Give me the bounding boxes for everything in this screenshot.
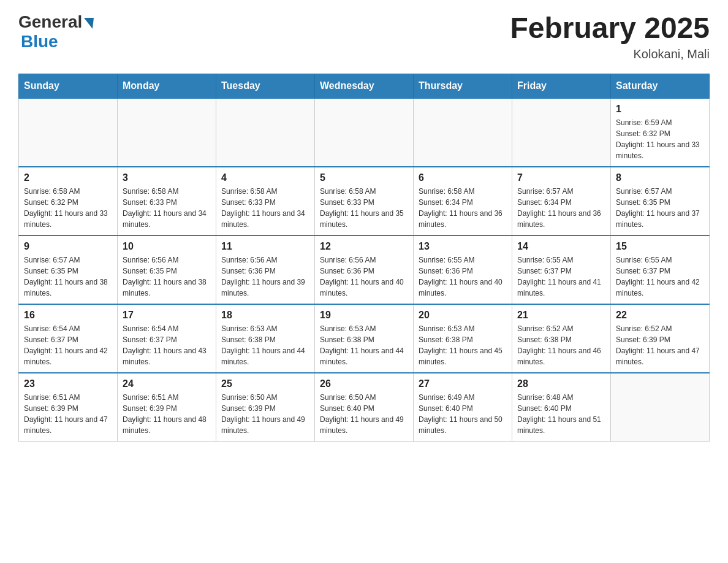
day-number: 20 bbox=[419, 310, 507, 321]
day-info: Sunrise: 6:52 AM Sunset: 6:38 PM Dayligh… bbox=[517, 323, 605, 367]
day-info: Sunrise: 6:55 AM Sunset: 6:37 PM Dayligh… bbox=[616, 255, 704, 299]
table-row: 11Sunrise: 6:56 AM Sunset: 6:36 PM Dayli… bbox=[216, 236, 315, 304]
table-row: 20Sunrise: 6:53 AM Sunset: 6:38 PM Dayli… bbox=[414, 304, 512, 373]
table-row: 8Sunrise: 6:57 AM Sunset: 6:35 PM Daylig… bbox=[611, 167, 710, 236]
day-info: Sunrise: 6:58 AM Sunset: 6:33 PM Dayligh… bbox=[221, 186, 309, 230]
title-area: February 2025 Kolokani, Mali bbox=[510, 12, 710, 61]
day-number: 18 bbox=[221, 310, 309, 321]
day-number: 13 bbox=[419, 241, 507, 252]
calendar-week-row: 23Sunrise: 6:51 AM Sunset: 6:39 PM Dayli… bbox=[19, 373, 710, 442]
table-row: 21Sunrise: 6:52 AM Sunset: 6:38 PM Dayli… bbox=[512, 304, 611, 373]
day-number: 24 bbox=[123, 378, 211, 389]
day-number: 2 bbox=[24, 172, 112, 183]
day-info: Sunrise: 6:58 AM Sunset: 6:32 PM Dayligh… bbox=[24, 186, 112, 230]
table-row: 22Sunrise: 6:52 AM Sunset: 6:39 PM Dayli… bbox=[611, 304, 710, 373]
day-number: 25 bbox=[221, 378, 309, 389]
calendar-header-row: Sunday Monday Tuesday Wednesday Thursday… bbox=[19, 74, 710, 98]
col-wednesday: Wednesday bbox=[315, 74, 414, 98]
table-row: 16Sunrise: 6:54 AM Sunset: 6:37 PM Dayli… bbox=[19, 304, 118, 373]
calendar-week-row: 9Sunrise: 6:57 AM Sunset: 6:35 PM Daylig… bbox=[19, 236, 710, 304]
day-number: 11 bbox=[221, 241, 309, 252]
table-row: 14Sunrise: 6:55 AM Sunset: 6:37 PM Dayli… bbox=[512, 236, 611, 304]
table-row: 27Sunrise: 6:49 AM Sunset: 6:40 PM Dayli… bbox=[414, 373, 512, 442]
day-info: Sunrise: 6:55 AM Sunset: 6:36 PM Dayligh… bbox=[419, 255, 507, 299]
day-number: 26 bbox=[320, 378, 408, 389]
day-info: Sunrise: 6:54 AM Sunset: 6:37 PM Dayligh… bbox=[24, 323, 112, 367]
table-row: 28Sunrise: 6:48 AM Sunset: 6:40 PM Dayli… bbox=[512, 373, 611, 442]
table-row: 10Sunrise: 6:56 AM Sunset: 6:35 PM Dayli… bbox=[118, 236, 216, 304]
calendar-week-row: 2Sunrise: 6:58 AM Sunset: 6:32 PM Daylig… bbox=[19, 167, 710, 236]
col-monday: Monday bbox=[118, 74, 216, 98]
calendar-title: February 2025 bbox=[510, 12, 710, 45]
day-info: Sunrise: 6:51 AM Sunset: 6:39 PM Dayligh… bbox=[123, 392, 211, 436]
day-info: Sunrise: 6:57 AM Sunset: 6:35 PM Dayligh… bbox=[24, 255, 112, 299]
logo-triangle-icon bbox=[84, 18, 94, 29]
table-row: 25Sunrise: 6:50 AM Sunset: 6:39 PM Dayli… bbox=[216, 373, 315, 442]
day-info: Sunrise: 6:53 AM Sunset: 6:38 PM Dayligh… bbox=[221, 323, 309, 367]
table-row: 24Sunrise: 6:51 AM Sunset: 6:39 PM Dayli… bbox=[118, 373, 216, 442]
day-number: 4 bbox=[221, 172, 309, 183]
table-row: 13Sunrise: 6:55 AM Sunset: 6:36 PM Dayli… bbox=[414, 236, 512, 304]
day-number: 1 bbox=[616, 104, 704, 115]
day-info: Sunrise: 6:53 AM Sunset: 6:38 PM Dayligh… bbox=[320, 323, 408, 367]
calendar-table: Sunday Monday Tuesday Wednesday Thursday… bbox=[18, 74, 710, 442]
table-row bbox=[414, 98, 512, 167]
table-row: 19Sunrise: 6:53 AM Sunset: 6:38 PM Dayli… bbox=[315, 304, 414, 373]
day-number: 15 bbox=[616, 241, 704, 252]
table-row bbox=[611, 373, 710, 442]
table-row: 5Sunrise: 6:58 AM Sunset: 6:33 PM Daylig… bbox=[315, 167, 414, 236]
day-number: 22 bbox=[616, 310, 704, 321]
table-row: 2Sunrise: 6:58 AM Sunset: 6:32 PM Daylig… bbox=[19, 167, 118, 236]
table-row: 1Sunrise: 6:59 AM Sunset: 6:32 PM Daylig… bbox=[611, 98, 710, 167]
day-info: Sunrise: 6:48 AM Sunset: 6:40 PM Dayligh… bbox=[517, 392, 605, 436]
day-info: Sunrise: 6:58 AM Sunset: 6:34 PM Dayligh… bbox=[419, 186, 507, 230]
table-row bbox=[216, 98, 315, 167]
table-row: 6Sunrise: 6:58 AM Sunset: 6:34 PM Daylig… bbox=[414, 167, 512, 236]
day-number: 5 bbox=[320, 172, 408, 183]
col-friday: Friday bbox=[512, 74, 611, 98]
day-info: Sunrise: 6:57 AM Sunset: 6:35 PM Dayligh… bbox=[616, 186, 704, 230]
table-row: 23Sunrise: 6:51 AM Sunset: 6:39 PM Dayli… bbox=[19, 373, 118, 442]
day-number: 16 bbox=[24, 310, 112, 321]
day-info: Sunrise: 6:50 AM Sunset: 6:39 PM Dayligh… bbox=[221, 392, 309, 436]
table-row: 17Sunrise: 6:54 AM Sunset: 6:37 PM Dayli… bbox=[118, 304, 216, 373]
day-number: 19 bbox=[320, 310, 408, 321]
day-number: 8 bbox=[616, 172, 704, 183]
table-row: 4Sunrise: 6:58 AM Sunset: 6:33 PM Daylig… bbox=[216, 167, 315, 236]
table-row bbox=[19, 98, 118, 167]
calendar-week-row: 16Sunrise: 6:54 AM Sunset: 6:37 PM Dayli… bbox=[19, 304, 710, 373]
day-number: 12 bbox=[320, 241, 408, 252]
day-number: 3 bbox=[123, 172, 211, 183]
col-saturday: Saturday bbox=[611, 74, 710, 98]
table-row bbox=[512, 98, 611, 167]
page-header: General Blue February 2025 Kolokani, Mal… bbox=[18, 12, 710, 61]
day-info: Sunrise: 6:51 AM Sunset: 6:39 PM Dayligh… bbox=[24, 392, 112, 436]
day-info: Sunrise: 6:58 AM Sunset: 6:33 PM Dayligh… bbox=[320, 186, 408, 230]
day-info: Sunrise: 6:52 AM Sunset: 6:39 PM Dayligh… bbox=[616, 323, 704, 367]
table-row: 3Sunrise: 6:58 AM Sunset: 6:33 PM Daylig… bbox=[118, 167, 216, 236]
table-row: 26Sunrise: 6:50 AM Sunset: 6:40 PM Dayli… bbox=[315, 373, 414, 442]
day-info: Sunrise: 6:56 AM Sunset: 6:36 PM Dayligh… bbox=[320, 255, 408, 299]
logo-blue-text: Blue bbox=[21, 32, 58, 51]
day-info: Sunrise: 6:50 AM Sunset: 6:40 PM Dayligh… bbox=[320, 392, 408, 436]
day-number: 9 bbox=[24, 241, 112, 252]
day-number: 14 bbox=[517, 241, 605, 252]
day-info: Sunrise: 6:59 AM Sunset: 6:32 PM Dayligh… bbox=[616, 117, 704, 161]
table-row bbox=[315, 98, 414, 167]
logo: General Blue bbox=[18, 12, 94, 52]
day-number: 28 bbox=[517, 378, 605, 389]
calendar-week-row: 1Sunrise: 6:59 AM Sunset: 6:32 PM Daylig… bbox=[19, 98, 710, 167]
table-row: 12Sunrise: 6:56 AM Sunset: 6:36 PM Dayli… bbox=[315, 236, 414, 304]
day-number: 27 bbox=[419, 378, 507, 389]
day-info: Sunrise: 6:56 AM Sunset: 6:35 PM Dayligh… bbox=[123, 255, 211, 299]
table-row: 7Sunrise: 6:57 AM Sunset: 6:34 PM Daylig… bbox=[512, 167, 611, 236]
table-row: 9Sunrise: 6:57 AM Sunset: 6:35 PM Daylig… bbox=[19, 236, 118, 304]
table-row: 15Sunrise: 6:55 AM Sunset: 6:37 PM Dayli… bbox=[611, 236, 710, 304]
logo-general-text: General bbox=[18, 12, 82, 32]
day-number: 7 bbox=[517, 172, 605, 183]
day-number: 23 bbox=[24, 378, 112, 389]
calendar-subtitle: Kolokani, Mali bbox=[510, 47, 710, 61]
table-row bbox=[118, 98, 216, 167]
day-number: 21 bbox=[517, 310, 605, 321]
day-info: Sunrise: 6:53 AM Sunset: 6:38 PM Dayligh… bbox=[419, 323, 507, 367]
